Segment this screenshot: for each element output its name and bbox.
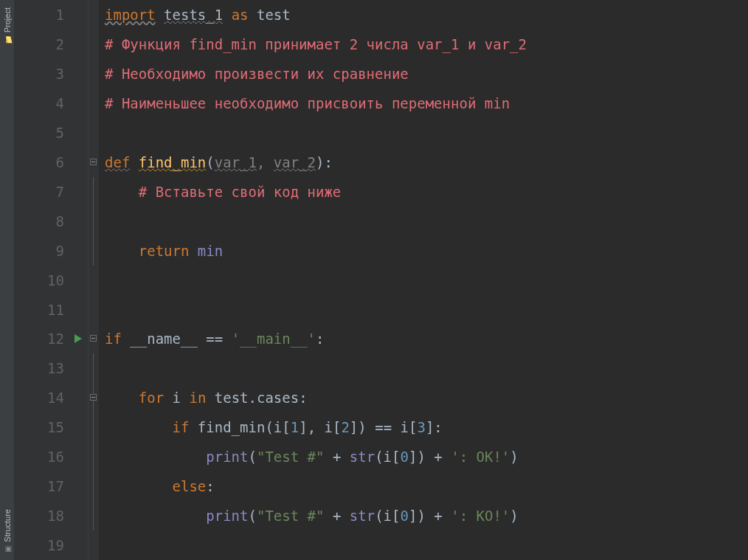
code-line: else:: [105, 471, 748, 501]
line-number: 10: [47, 272, 64, 288]
structure-tab[interactable]: ▣ Structure: [3, 505, 12, 557]
code-line: [105, 207, 748, 236]
code-line: [105, 118, 748, 148]
code-line: [105, 353, 748, 383]
code-line: # Функция find_min принимает 2 числа var…: [105, 30, 748, 59]
code-line: # Вставьте свой код ниже: [105, 177, 748, 207]
code-line: print("Test #" + str(i[0]) + ': KO!'): [105, 501, 748, 530]
line-number: 14: [47, 390, 64, 406]
code-line: def find_min(var_1, var_2):: [105, 148, 748, 177]
line-number: 5: [56, 125, 64, 141]
gutter-row: 14: [15, 383, 88, 412]
code-line: if __name__ == '__main__':: [105, 324, 748, 353]
line-number: 18: [47, 508, 64, 524]
code-line: [105, 530, 748, 560]
code-line: [105, 266, 748, 295]
gutter-row: 13: [15, 353, 88, 383]
gutter-row: 8: [15, 207, 88, 236]
gutter-row: 6: [15, 148, 88, 177]
fold-toggle-icon[interactable]: [90, 394, 97, 401]
line-number: 9: [56, 243, 64, 259]
run-gutter-icon[interactable]: [75, 334, 82, 343]
gutter-row: 4: [15, 89, 88, 118]
gutter-row: 16: [15, 442, 88, 471]
code-line: [105, 295, 748, 325]
code-line: for i in test.cases:: [105, 383, 748, 412]
gutter-row: 1: [15, 0, 88, 30]
code-line: if find_min(i[1], i[2]) == i[3]:: [105, 412, 748, 442]
gutter-row: 17: [15, 471, 88, 501]
line-number: 17: [47, 478, 64, 494]
code-line: import tests_1 as test: [105, 0, 748, 30]
fold-toggle-icon[interactable]: [90, 335, 97, 342]
gutter-row: 11: [15, 295, 88, 325]
line-number: 3: [56, 66, 64, 82]
line-number: 8: [56, 213, 64, 229]
line-number: 6: [56, 154, 64, 170]
fold-column: [89, 0, 99, 560]
gutter-row: 19: [15, 530, 88, 560]
line-number: 16: [47, 449, 64, 465]
code-line: # Наименьшее необходимо присвоить переме…: [105, 89, 748, 118]
line-number: 19: [47, 537, 64, 553]
project-tab-label: Project: [3, 7, 12, 32]
fold-toggle-icon[interactable]: [90, 159, 97, 165]
gutter-row: 7: [15, 177, 88, 207]
gutter-row: 10: [15, 266, 88, 295]
code-line: return min: [105, 236, 748, 266]
line-number: 12: [47, 331, 64, 347]
line-number: 13: [47, 360, 64, 376]
code-line: # Необходимо произвести их сравнение: [105, 59, 748, 89]
line-number: 4: [56, 95, 64, 111]
line-number: 2: [56, 36, 64, 52]
line-number: 7: [56, 184, 64, 200]
folder-icon: 📁: [4, 35, 11, 43]
tool-window-bar: 📁 Project ▣ Structure: [0, 0, 15, 560]
code-editor[interactable]: import tests_1 as test # Функция find_mi…: [99, 0, 748, 560]
gutter-row: 3: [15, 59, 88, 89]
project-tab[interactable]: 📁 Project: [3, 3, 12, 47]
gutter-row: 9: [15, 236, 88, 266]
line-number: 15: [47, 419, 64, 435]
code-line: print("Test #" + str(i[0]) + ': OK!'): [105, 442, 748, 471]
line-number: 1: [56, 7, 64, 23]
gutter-row: 12: [15, 324, 88, 353]
gutter[interactable]: 1 2 3 4 5 6 7 8 9 10 11 12 13 14 15 16 1…: [15, 0, 89, 560]
gutter-row: 15: [15, 412, 88, 442]
gutter-row: 18: [15, 501, 88, 530]
structure-tab-label: Structure: [3, 509, 12, 542]
gutter-row: 2: [15, 30, 88, 59]
line-number: 11: [47, 302, 64, 318]
structure-icon: ▣: [4, 545, 11, 553]
gutter-row: 5: [15, 118, 88, 148]
